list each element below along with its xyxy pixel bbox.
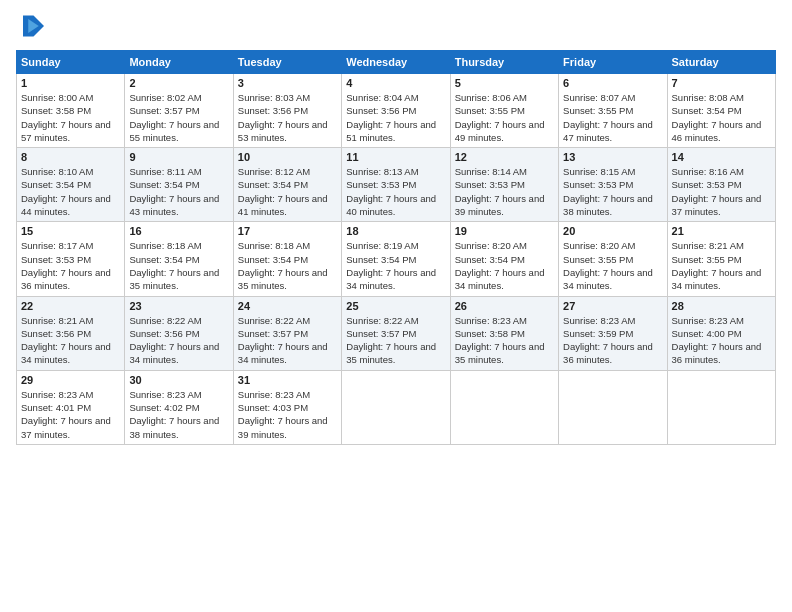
day-detail: Sunrise: 8:18 AMSunset: 3:54 PMDaylight:… [129, 239, 228, 292]
day-detail: Sunrise: 8:23 AMSunset: 4:03 PMDaylight:… [238, 388, 337, 441]
calendar-header-friday: Friday [559, 51, 667, 74]
day-number: 9 [129, 151, 228, 163]
calendar-header-monday: Monday [125, 51, 233, 74]
day-detail: Sunrise: 8:12 AMSunset: 3:54 PMDaylight:… [238, 165, 337, 218]
calendar-day-22: 22Sunrise: 8:21 AMSunset: 3:56 PMDayligh… [17, 296, 125, 370]
calendar-week-4: 22Sunrise: 8:21 AMSunset: 3:56 PMDayligh… [17, 296, 776, 370]
day-number: 31 [238, 374, 337, 386]
day-detail: Sunrise: 8:17 AMSunset: 3:53 PMDaylight:… [21, 239, 120, 292]
day-number: 10 [238, 151, 337, 163]
day-detail: Sunrise: 8:00 AMSunset: 3:58 PMDaylight:… [21, 91, 120, 144]
day-number: 29 [21, 374, 120, 386]
calendar-week-3: 15Sunrise: 8:17 AMSunset: 3:53 PMDayligh… [17, 222, 776, 296]
day-number: 13 [563, 151, 662, 163]
calendar-week-5: 29Sunrise: 8:23 AMSunset: 4:01 PMDayligh… [17, 370, 776, 444]
day-detail: Sunrise: 8:04 AMSunset: 3:56 PMDaylight:… [346, 91, 445, 144]
day-detail: Sunrise: 8:06 AMSunset: 3:55 PMDaylight:… [455, 91, 554, 144]
calendar-day-17: 17Sunrise: 8:18 AMSunset: 3:54 PMDayligh… [233, 222, 341, 296]
day-detail: Sunrise: 8:23 AMSunset: 4:02 PMDaylight:… [129, 388, 228, 441]
calendar-day-15: 15Sunrise: 8:17 AMSunset: 3:53 PMDayligh… [17, 222, 125, 296]
calendar-day-29: 29Sunrise: 8:23 AMSunset: 4:01 PMDayligh… [17, 370, 125, 444]
calendar-day-9: 9Sunrise: 8:11 AMSunset: 3:54 PMDaylight… [125, 148, 233, 222]
calendar-header-row: SundayMondayTuesdayWednesdayThursdayFrid… [17, 51, 776, 74]
calendar-header-saturday: Saturday [667, 51, 775, 74]
calendar-header-thursday: Thursday [450, 51, 558, 74]
calendar-day-21: 21Sunrise: 8:21 AMSunset: 3:55 PMDayligh… [667, 222, 775, 296]
calendar-day-1: 1Sunrise: 8:00 AMSunset: 3:58 PMDaylight… [17, 74, 125, 148]
calendar-day-4: 4Sunrise: 8:04 AMSunset: 3:56 PMDaylight… [342, 74, 450, 148]
day-number: 16 [129, 225, 228, 237]
day-number: 17 [238, 225, 337, 237]
day-detail: Sunrise: 8:23 AMSunset: 4:00 PMDaylight:… [672, 314, 771, 367]
day-number: 24 [238, 300, 337, 312]
calendar-header-wednesday: Wednesday [342, 51, 450, 74]
calendar-week-1: 1Sunrise: 8:00 AMSunset: 3:58 PMDaylight… [17, 74, 776, 148]
day-detail: Sunrise: 8:03 AMSunset: 3:56 PMDaylight:… [238, 91, 337, 144]
calendar-day-8: 8Sunrise: 8:10 AMSunset: 3:54 PMDaylight… [17, 148, 125, 222]
day-number: 22 [21, 300, 120, 312]
day-detail: Sunrise: 8:23 AMSunset: 3:59 PMDaylight:… [563, 314, 662, 367]
empty-cell [667, 370, 775, 444]
calendar-day-7: 7Sunrise: 8:08 AMSunset: 3:54 PMDaylight… [667, 74, 775, 148]
calendar-day-23: 23Sunrise: 8:22 AMSunset: 3:56 PMDayligh… [125, 296, 233, 370]
day-number: 26 [455, 300, 554, 312]
day-detail: Sunrise: 8:11 AMSunset: 3:54 PMDaylight:… [129, 165, 228, 218]
day-detail: Sunrise: 8:18 AMSunset: 3:54 PMDaylight:… [238, 239, 337, 292]
empty-cell [450, 370, 558, 444]
calendar-day-2: 2Sunrise: 8:02 AMSunset: 3:57 PMDaylight… [125, 74, 233, 148]
day-detail: Sunrise: 8:21 AMSunset: 3:55 PMDaylight:… [672, 239, 771, 292]
calendar-day-26: 26Sunrise: 8:23 AMSunset: 3:58 PMDayligh… [450, 296, 558, 370]
day-number: 18 [346, 225, 445, 237]
day-detail: Sunrise: 8:15 AMSunset: 3:53 PMDaylight:… [563, 165, 662, 218]
calendar-day-25: 25Sunrise: 8:22 AMSunset: 3:57 PMDayligh… [342, 296, 450, 370]
day-number: 2 [129, 77, 228, 89]
calendar-day-28: 28Sunrise: 8:23 AMSunset: 4:00 PMDayligh… [667, 296, 775, 370]
logo [16, 12, 48, 40]
day-detail: Sunrise: 8:22 AMSunset: 3:57 PMDaylight:… [238, 314, 337, 367]
calendar-day-31: 31Sunrise: 8:23 AMSunset: 4:03 PMDayligh… [233, 370, 341, 444]
header [16, 12, 776, 40]
calendar-day-12: 12Sunrise: 8:14 AMSunset: 3:53 PMDayligh… [450, 148, 558, 222]
day-number: 4 [346, 77, 445, 89]
day-number: 6 [563, 77, 662, 89]
day-number: 1 [21, 77, 120, 89]
day-detail: Sunrise: 8:08 AMSunset: 3:54 PMDaylight:… [672, 91, 771, 144]
calendar-day-20: 20Sunrise: 8:20 AMSunset: 3:55 PMDayligh… [559, 222, 667, 296]
calendar-day-3: 3Sunrise: 8:03 AMSunset: 3:56 PMDaylight… [233, 74, 341, 148]
day-number: 20 [563, 225, 662, 237]
day-detail: Sunrise: 8:14 AMSunset: 3:53 PMDaylight:… [455, 165, 554, 218]
day-number: 14 [672, 151, 771, 163]
day-detail: Sunrise: 8:13 AMSunset: 3:53 PMDaylight:… [346, 165, 445, 218]
calendar-day-14: 14Sunrise: 8:16 AMSunset: 3:53 PMDayligh… [667, 148, 775, 222]
day-detail: Sunrise: 8:07 AMSunset: 3:55 PMDaylight:… [563, 91, 662, 144]
day-number: 5 [455, 77, 554, 89]
calendar-header-sunday: Sunday [17, 51, 125, 74]
day-detail: Sunrise: 8:22 AMSunset: 3:57 PMDaylight:… [346, 314, 445, 367]
page: SundayMondayTuesdayWednesdayThursdayFrid… [0, 0, 792, 612]
day-number: 25 [346, 300, 445, 312]
day-number: 3 [238, 77, 337, 89]
day-detail: Sunrise: 8:16 AMSunset: 3:53 PMDaylight:… [672, 165, 771, 218]
day-number: 19 [455, 225, 554, 237]
day-number: 28 [672, 300, 771, 312]
empty-cell [559, 370, 667, 444]
day-detail: Sunrise: 8:02 AMSunset: 3:57 PMDaylight:… [129, 91, 228, 144]
calendar-day-27: 27Sunrise: 8:23 AMSunset: 3:59 PMDayligh… [559, 296, 667, 370]
day-detail: Sunrise: 8:22 AMSunset: 3:56 PMDaylight:… [129, 314, 228, 367]
calendar-day-19: 19Sunrise: 8:20 AMSunset: 3:54 PMDayligh… [450, 222, 558, 296]
day-number: 7 [672, 77, 771, 89]
day-number: 15 [21, 225, 120, 237]
day-detail: Sunrise: 8:23 AMSunset: 3:58 PMDaylight:… [455, 314, 554, 367]
calendar-day-10: 10Sunrise: 8:12 AMSunset: 3:54 PMDayligh… [233, 148, 341, 222]
empty-cell [342, 370, 450, 444]
day-number: 27 [563, 300, 662, 312]
calendar-table: SundayMondayTuesdayWednesdayThursdayFrid… [16, 50, 776, 445]
day-number: 23 [129, 300, 228, 312]
calendar-day-24: 24Sunrise: 8:22 AMSunset: 3:57 PMDayligh… [233, 296, 341, 370]
day-number: 11 [346, 151, 445, 163]
day-detail: Sunrise: 8:23 AMSunset: 4:01 PMDaylight:… [21, 388, 120, 441]
day-detail: Sunrise: 8:21 AMSunset: 3:56 PMDaylight:… [21, 314, 120, 367]
calendar-day-5: 5Sunrise: 8:06 AMSunset: 3:55 PMDaylight… [450, 74, 558, 148]
calendar-day-30: 30Sunrise: 8:23 AMSunset: 4:02 PMDayligh… [125, 370, 233, 444]
calendar-week-2: 8Sunrise: 8:10 AMSunset: 3:54 PMDaylight… [17, 148, 776, 222]
